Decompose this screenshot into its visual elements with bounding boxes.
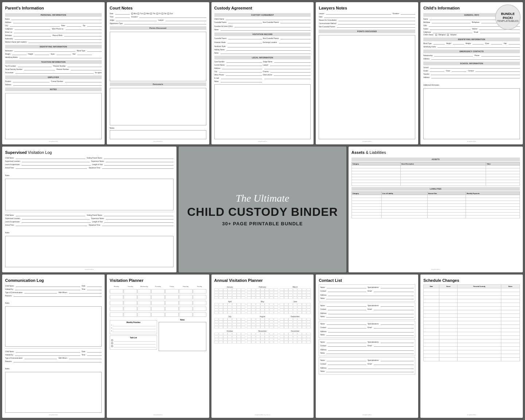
priorities-title: Monthly Priorities — [111, 322, 156, 323]
row-3: Communication Log Child Name:Date: Initi… — [2, 275, 523, 418]
liabilities-table: CategoryLine of LiabilityAmount DueMonth… — [351, 191, 520, 218]
badge-templateables: TEMPLATEABLES — [497, 20, 518, 22]
card-annual-planner: Annual Visitation Planner January Februa… — [211, 275, 314, 418]
templateables-brand-8: templateables — [5, 413, 102, 416]
month-april: April — [214, 300, 246, 314]
sched-row — [424, 332, 520, 335]
task-list-title: Task List — [111, 337, 156, 339]
sched-row — [424, 295, 520, 299]
identifying-info-section: IDENTIFYING INFORMATION — [5, 45, 102, 48]
priorities-section: Monthly Priorities 1 2 3 Task List — [110, 319, 157, 351]
judge-field: Judge:Lawyer: — [110, 19, 206, 21]
court-notes-box — [110, 130, 206, 139]
city-field: City:State:Zip: — [5, 24, 102, 27]
card-communication-log: Communication Log Child Name:Date: Initi… — [2, 275, 105, 418]
col-event: Event — [439, 284, 458, 288]
day-mon: Monday — [110, 285, 123, 288]
featured-subtitle: 30+ PAGE PRINTABLE BUNDLE — [222, 221, 303, 226]
month-july: July — [214, 315, 246, 329]
custody-title: Custody Agreement — [214, 6, 311, 10]
sched-row — [424, 357, 520, 361]
sched-row — [424, 335, 520, 339]
sched-row — [424, 310, 520, 314]
month-august: August — [247, 315, 278, 329]
notes-section: NOTES — [5, 88, 102, 91]
lawyer-notes-box — [319, 35, 415, 139]
sched-row — [424, 306, 520, 310]
court-outcome-box — [110, 88, 206, 125]
month-december: December — [280, 330, 311, 343]
featured-main-title: CHILD CUSTODY BINDER — [187, 206, 338, 218]
outcome-section: Outcome/s — [110, 82, 206, 86]
lawyer-points-section: POINTS DISCUSSED — [319, 30, 415, 33]
contact-3: Name: Specializations: Contact: Email: A… — [319, 321, 415, 338]
sched-row — [424, 343, 520, 346]
templateables-brand-12: templateables — [423, 413, 520, 416]
identifying-info-child-section: IDENTIFYING INFORMATION — [423, 38, 520, 41]
child-additional-box — [423, 88, 520, 139]
month-may: May — [247, 300, 278, 314]
comm-notes-box-2 — [5, 372, 102, 413]
contact-2: Name: Specializations: Contact: Email: A… — [319, 303, 415, 320]
liabilities-section: LIABILITIES — [351, 187, 520, 191]
day-sat: Saturday — [179, 285, 192, 288]
parents-info-title: Parent's Information — [5, 6, 102, 10]
row-1: Parent's Information PERSONAL INFORMATIO… — [2, 2, 523, 144]
card-parents-info: Parent's Information PERSONAL INFORMATIO… — [2, 2, 105, 144]
cal-week-4 — [110, 307, 206, 311]
month-january: January — [214, 286, 246, 299]
featured-card: The Ultimate CHILD CUSTODY BINDER 30+ PA… — [179, 147, 346, 272]
schedule-changes-title: Schedule Changes — [423, 278, 520, 283]
annual-planner-title: Annual Visitation Planner — [214, 278, 311, 283]
assets-section: ASSETS — [351, 158, 520, 161]
templateables-brand: templateables — [5, 139, 102, 142]
legal-info-section: LEGAL INFORMATION — [214, 56, 311, 59]
sched-row — [424, 288, 520, 292]
sched-row — [424, 328, 520, 332]
nationality-field: Nationality: — [5, 37, 102, 40]
templateables-brand-9: templateables — [110, 413, 206, 416]
employer-section: EMPLOYER — [5, 75, 102, 79]
weight-field: Weight:Height:Eyes:Hair: — [5, 52, 102, 55]
nickname-field: Nickname:Blood Type: — [5, 49, 102, 52]
lawyers-notes-title: Lawyers Notes — [319, 6, 415, 10]
sched-row — [424, 339, 520, 343]
planner-notes-box — [159, 322, 206, 351]
day-tue: Tuesday — [124, 285, 137, 288]
mothers-name-field: Mother's Name (with maiden): — [5, 40, 102, 43]
templateables-brand-3: templateables — [214, 139, 311, 142]
planner-notes-section: Notes — [159, 319, 206, 351]
court-duration-field: Time:Duration: — [110, 15, 206, 18]
sched-row — [424, 354, 520, 357]
sched-row — [424, 299, 520, 303]
notes-title-planner: Notes — [159, 319, 206, 321]
sched-row — [424, 292, 520, 295]
month-march: March — [280, 286, 311, 299]
custody-notes-box — [214, 84, 311, 139]
visitation-planner-title: Visitation Planner — [110, 278, 206, 283]
day-thu: Thursday — [151, 285, 165, 288]
court-date-field: Date: Mon Tue Wed Thu Fri Sat Sun — [110, 12, 206, 15]
sched-row — [424, 346, 520, 350]
templateables-brand-4: templateables — [319, 139, 415, 142]
tax-field: Tax ID number:Pension Number: — [5, 65, 102, 67]
sched-row — [424, 350, 520, 354]
position-field: Position:Contact Number: — [5, 80, 102, 82]
address-field: Address: — [5, 21, 102, 23]
name-field: Name: — [5, 18, 102, 20]
supervised-notes-box — [5, 179, 174, 210]
parents-notes-box — [5, 93, 102, 139]
templateables-brand-7: templateables — [351, 267, 520, 270]
communication-log-title: Communication Log — [5, 278, 102, 283]
row-2: Supervised Visitation Log Child Name:Vis… — [2, 147, 523, 272]
cal-week-3 — [110, 301, 206, 305]
personal-info-section: PERSONAL INFORMATION — [5, 13, 102, 17]
contact-4: Name: Specializations: Contact: Email: A… — [319, 339, 415, 356]
month-february: February — [247, 286, 278, 299]
templateables-brand-11: templateables — [319, 413, 415, 416]
day-fri: Friday — [165, 285, 179, 288]
sched-row — [424, 324, 520, 328]
card-schedule-changes: Schedule Changes Date Event Parental Cus… — [420, 275, 523, 418]
month-october: October — [214, 330, 246, 343]
card-court-notes: Court Notes Date: Mon Tue Wed Thu Fri Sa… — [107, 2, 209, 144]
